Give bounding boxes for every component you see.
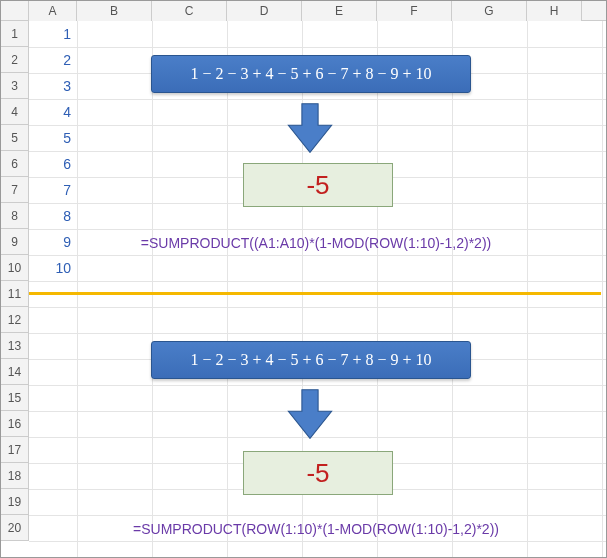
cell-A8[interactable]: 8 bbox=[29, 203, 77, 229]
select-all-corner[interactable] bbox=[1, 1, 29, 21]
cell-A10[interactable]: 10 bbox=[29, 255, 77, 281]
expression-banner-2: 1 − 2 − 3 + 4 − 5 + 6 − 7 + 8 − 9 + 10 bbox=[151, 341, 471, 379]
down-arrow-icon bbox=[283, 387, 337, 441]
row-header[interactable]: 14 bbox=[1, 359, 29, 385]
row-header[interactable]: 9 bbox=[1, 229, 29, 255]
row-header[interactable]: 12 bbox=[1, 307, 29, 333]
formula-text-2: =SUMPRODUCT(ROW(1:10)*(1-MOD(ROW(1:10)-1… bbox=[101, 521, 531, 537]
cell-A3[interactable]: 3 bbox=[29, 73, 77, 99]
row-header[interactable]: 8 bbox=[1, 203, 29, 229]
spreadsheet-grid: A B C D E F G H 1 2 3 4 5 6 7 8 9 10 11 … bbox=[1, 1, 606, 557]
cell-A1[interactable]: 1 bbox=[29, 21, 77, 47]
col-header-A[interactable]: A bbox=[29, 1, 77, 21]
result-box-1: -5 bbox=[243, 163, 393, 207]
cell-A7[interactable]: 7 bbox=[29, 177, 77, 203]
cell-A4[interactable]: 4 bbox=[29, 99, 77, 125]
col-header-C[interactable]: C bbox=[152, 1, 227, 21]
row-header[interactable]: 11 bbox=[1, 281, 29, 307]
row-header[interactable]: 6 bbox=[1, 151, 29, 177]
row-header[interactable]: 20 bbox=[1, 515, 29, 541]
row-header[interactable]: 5 bbox=[1, 125, 29, 151]
row-header[interactable]: 7 bbox=[1, 177, 29, 203]
row-header[interactable]: 1 bbox=[1, 21, 29, 47]
down-arrow-icon bbox=[283, 101, 337, 155]
row-header[interactable]: 13 bbox=[1, 333, 29, 359]
column-headers: A B C D E F G H bbox=[1, 1, 606, 21]
col-header-H[interactable]: H bbox=[527, 1, 582, 21]
row-header[interactable]: 17 bbox=[1, 437, 29, 463]
row-headers: 1 2 3 4 5 6 7 8 9 10 11 12 13 14 15 16 1… bbox=[1, 21, 29, 541]
col-header-E[interactable]: E bbox=[302, 1, 377, 21]
formula-text-1: =SUMPRODUCT((A1:A10)*(1-MOD(ROW(1:10)-1,… bbox=[101, 235, 531, 251]
cell-A5[interactable]: 5 bbox=[29, 125, 77, 151]
cell-A9[interactable]: 9 bbox=[29, 229, 77, 255]
section-divider bbox=[29, 292, 601, 295]
col-header-G[interactable]: G bbox=[452, 1, 527, 21]
row-header[interactable]: 15 bbox=[1, 385, 29, 411]
row-header[interactable]: 10 bbox=[1, 255, 29, 281]
row-header[interactable]: 19 bbox=[1, 489, 29, 515]
row-header[interactable]: 4 bbox=[1, 99, 29, 125]
expression-banner-1: 1 − 2 − 3 + 4 − 5 + 6 − 7 + 8 − 9 + 10 bbox=[151, 55, 471, 93]
cell-A6[interactable]: 6 bbox=[29, 151, 77, 177]
col-header-B[interactable]: B bbox=[77, 1, 152, 21]
row-header[interactable]: 3 bbox=[1, 73, 29, 99]
row-header[interactable]: 16 bbox=[1, 411, 29, 437]
col-header-D[interactable]: D bbox=[227, 1, 302, 21]
col-header-F[interactable]: F bbox=[377, 1, 452, 21]
cells-area[interactable]: 1 2 3 4 5 6 7 8 9 10 1 − 2 − 3 + 4 − 5 +… bbox=[29, 21, 606, 557]
cell-A2[interactable]: 2 bbox=[29, 47, 77, 73]
result-box-2: -5 bbox=[243, 451, 393, 495]
row-header[interactable]: 2 bbox=[1, 47, 29, 73]
row-header[interactable]: 18 bbox=[1, 463, 29, 489]
